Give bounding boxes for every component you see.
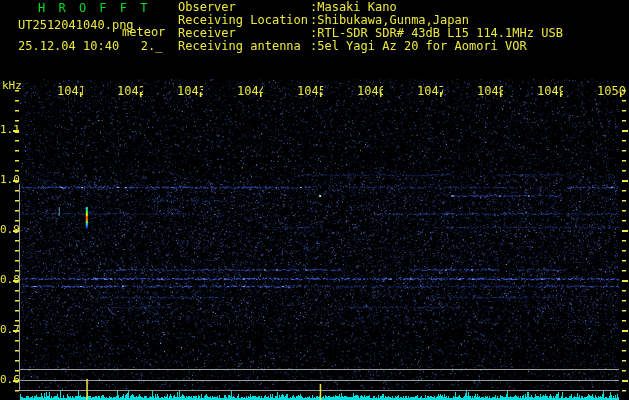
mode-label: meteor	[122, 26, 165, 39]
freq-tick-label: 0.9	[0, 224, 18, 236]
filename-label: UT2512041040.png	[18, 19, 134, 32]
time-tick-label: 1048	[477, 84, 503, 97]
spectrogram-canvas	[0, 0, 629, 400]
datetime-label: 25.12.04 10:40 2._	[18, 40, 163, 53]
time-tick-label: 1041	[57, 84, 83, 97]
field-value-receiving-antenna: :5el Yagi Az 20 for Aomori VOR	[310, 40, 527, 53]
time-tick-label: 1047	[417, 84, 443, 97]
field-label-receiving-antenna: Receiving antenna	[178, 40, 301, 53]
time-tick-label: 1043	[177, 84, 203, 97]
time-tick-label: 1050	[597, 84, 627, 97]
time-tick-label: 1045	[297, 84, 323, 97]
time-axis: 1041104210431044104510461047104810491050	[0, 84, 629, 98]
freq-tick-label: 0.7	[0, 324, 18, 336]
freq-tick-label: 0.6	[0, 374, 18, 386]
hrofft-spectrogram-image: H R O F F T UT2512041040.png meteor 25.1…	[0, 0, 629, 400]
freq-axis: 1.11.00.90.80.70.6	[0, 0, 20, 400]
freq-tick-label: 1.0	[0, 174, 18, 186]
time-tick-label: 1046	[357, 84, 383, 97]
freq-tick-label: 0.8	[0, 274, 18, 286]
freq-tick-label: 1.1	[0, 124, 18, 136]
time-tick-label: 1044	[237, 84, 263, 97]
app-title: H R O F F T	[38, 2, 150, 15]
time-tick-label: 1049	[537, 84, 563, 97]
time-tick-label: 1042	[117, 84, 143, 97]
